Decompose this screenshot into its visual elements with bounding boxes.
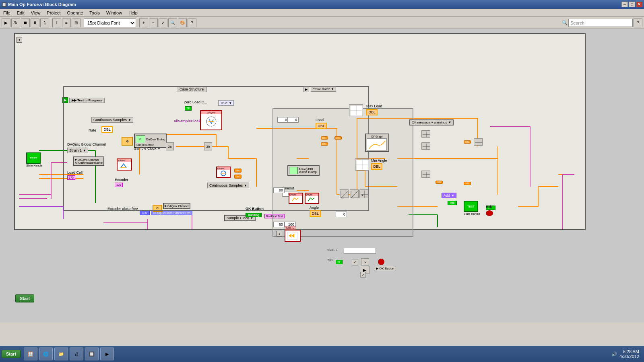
calc-block-3 <box>421 171 430 178</box>
ok-button-2[interactable]: ▶ OK Button <box>374 266 396 271</box>
dbl-far-right: DBL <box>464 140 471 144</box>
state-handle-right-area: TEST State Handle <box>464 201 480 215</box>
menu-edit[interactable]: Edit <box>14 10 28 16</box>
window-title: Main Op Force.vi Block Diagram <box>8 2 76 7</box>
take-data-selector-icon: ▶ <box>303 86 309 92</box>
exit-stop <box>486 210 493 216</box>
run-button[interactable]: ▶ <box>2 19 10 27</box>
menu-project[interactable]: Project <box>43 10 64 16</box>
taskbar-icon-hp[interactable]: 🖨 <box>70 348 83 360</box>
taskbar-time: 8:28 AM 4/30/2012 <box>619 349 639 359</box>
case-structure-label: Case Structure <box>177 86 206 92</box>
taskbar: Start 🪟 🌐 📁 🖨 🔲 ▶ 🔊 8:28 AM 4/30/2012 <box>0 346 644 362</box>
align-button[interactable]: ≡ <box>62 19 71 27</box>
num-80b[interactable]: 80 <box>273 222 285 227</box>
start-button[interactable]: Start <box>15 294 34 302</box>
step-over-button[interactable]: ⤵ <box>40 19 49 27</box>
taskbar-icon-windows[interactable]: 🪟 <box>24 348 37 360</box>
title-bar-controls: ─ □ ✕ <box>621 2 642 7</box>
taskbar-start-button[interactable]: Start <box>2 350 21 358</box>
font-selector[interactable]: 15pt Dialog Font <box>84 19 136 27</box>
search-vi-button[interactable]: 🔍 <box>168 19 177 27</box>
pause-button[interactable]: ⏸ <box>31 19 39 27</box>
taskbar-icon-app2[interactable]: ▶ <box>100 348 114 360</box>
menu-file[interactable]: File <box>0 10 14 16</box>
distribute-button[interactable]: ⊞ <box>72 19 80 27</box>
take-data-dropdown[interactable]: "Take Data" ▼ <box>311 86 336 92</box>
zoom-out-button[interactable]: − <box>149 19 158 27</box>
svg-text:+: + <box>361 193 363 197</box>
ok-message-dropdown[interactable]: OK message + warnings ▼ <box>409 119 454 125</box>
tf-sto: TF <box>336 260 343 264</box>
ok-button-1-label: OK Button <box>246 207 264 211</box>
add-dropdown[interactable]: Add ▼ <box>442 193 456 198</box>
taskbar-icons: 🪟 🌐 📁 🖨 🔲 ▶ <box>24 348 114 360</box>
minimize-button[interactable]: ─ <box>621 2 628 7</box>
num-80[interactable]: 80 <box>273 187 285 193</box>
sto-label: sto <box>328 258 332 262</box>
zero-num-2[interactable]: 0 <box>287 117 299 123</box>
title-bar-title: 🔲 Main Op Force.vi Block Diagram <box>2 2 76 7</box>
angle-zero[interactable]: 0 <box>336 212 347 217</box>
svg-line-52 <box>341 191 348 198</box>
add-label: Add <box>444 193 450 197</box>
min-angle-label: Min Angle <box>371 158 387 162</box>
min-angle-dbl: DBL <box>371 163 382 170</box>
max-load-block <box>349 104 363 116</box>
menu-tools[interactable]: Tools <box>86 10 103 16</box>
start-button-area: Start <box>15 294 34 302</box>
daqmx-read-icon <box>285 230 301 242</box>
xy-selector-2 <box>350 189 359 198</box>
menu-operate[interactable]: Operate <box>64 10 87 16</box>
state-handle-right[interactable]: TEST <box>464 201 478 212</box>
search-icon: 🔍 <box>562 20 568 25</box>
take-data-area: ▶ "Take Data" ▼ <box>311 86 336 92</box>
taskbar-date: 4/30/2012 <box>619 354 639 359</box>
angle-dbl: DBL <box>310 210 321 217</box>
running-indicator: Running <box>246 213 262 217</box>
taskbar-clock: 8:28 AM <box>619 349 639 354</box>
abort-button[interactable]: ⏹ <box>21 19 30 27</box>
analog-dbl-content: Analog DBL 1Chan 1Samp <box>289 167 318 174</box>
calc-block-2 <box>421 142 430 150</box>
zero-num-1[interactable]: 0 <box>277 117 289 123</box>
palette-button[interactable]: 🎨 <box>178 19 187 27</box>
check-icon: ✓ <box>352 259 358 265</box>
context-button[interactable]: ? <box>188 19 196 27</box>
dbl-far-right-2: DBL <box>464 182 471 185</box>
dbl-node-2: DBL <box>234 175 242 179</box>
xy-graph-block: XY Graph <box>365 134 389 152</box>
dbl-node-1: DBL <box>234 169 242 173</box>
close-button[interactable]: ✕ <box>636 2 642 7</box>
state-handle-left-area: TEST State Handle <box>26 152 42 167</box>
analog-dbl-icon <box>289 167 298 174</box>
red-indicator <box>378 259 384 265</box>
maximize-button[interactable]: □ <box>629 2 635 7</box>
dbl-node-3: DBL <box>321 136 328 140</box>
ok-message-label: OK message + warnings <box>412 121 447 124</box>
zoom-in-button[interactable]: + <box>139 19 148 27</box>
inner-frame-icon: 1 <box>277 231 282 237</box>
menu-help[interactable]: Help <box>125 10 141 16</box>
encoder-pulses-value[interactable]: U32 <box>140 211 150 215</box>
taskbar-right: 🔊 8:28 AM 4/30/2012 <box>611 349 642 359</box>
text-settings-button[interactable]: T <box>52 19 61 27</box>
fit-button[interactable]: ⤢ <box>159 19 167 27</box>
menu-view[interactable]: View <box>28 10 44 16</box>
search-input[interactable] <box>568 19 633 27</box>
menu-window[interactable]: Window <box>103 10 125 16</box>
daqmx-block-left: DAQmx <box>117 158 132 171</box>
title-bar: 🔲 Main Op Force.vi Block Diagram ─ □ ✕ <box>0 0 644 9</box>
main-area: 1 <box>0 29 644 323</box>
dbl-node-5: DBL <box>334 136 342 140</box>
svg-line-55 <box>351 191 358 198</box>
state-handle-left[interactable]: TEST <box>26 152 41 164</box>
take-data-arrow: ▼ <box>331 87 334 91</box>
taskbar-icon-labview[interactable]: 🔲 <box>85 348 99 360</box>
help-button[interactable]: ? <box>634 19 642 27</box>
taskbar-icon-explorer[interactable]: 📁 <box>54 348 68 360</box>
iv-symbol: IV <box>361 258 369 265</box>
taskbar-icon-ie[interactable]: 🌐 <box>39 348 53 360</box>
run-continuous-button[interactable]: ↻ <box>11 19 20 27</box>
inner-case-structure: 1 Load DBL 0 0 Analog DBL 1Chan 1Samp ti… <box>272 108 413 237</box>
